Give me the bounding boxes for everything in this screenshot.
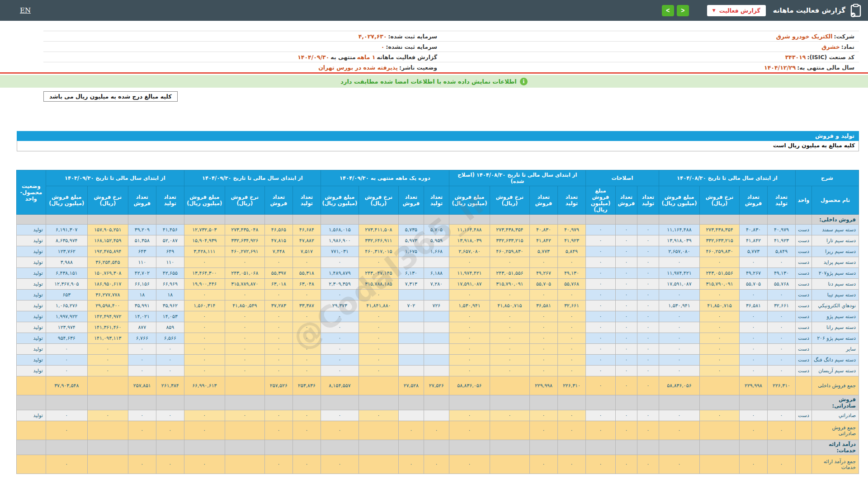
- table-cell: [585, 215, 615, 225]
- table-cell: ۵۵,۳۱۸: [292, 268, 321, 279]
- info-value: ۱ ماهه: [357, 54, 376, 61]
- table-cell: ۴۹,۲۶۷: [529, 268, 557, 279]
- table-cell: ۰: [264, 455, 292, 474]
- table-cell: دست: [795, 290, 811, 300]
- table-cell: ۰: [637, 333, 659, 344]
- table-cell: ۳۱۵,۷۸۸,۱۸۵: [359, 279, 398, 290]
- table-cell: ۱۸: [156, 290, 184, 300]
- table-cell: دست: [795, 246, 811, 257]
- table-cell: [87, 395, 128, 410]
- table-cell: ۰: [637, 355, 659, 366]
- table-cell: ۱۶۸,۱۵۲,۴۵۹: [87, 235, 128, 246]
- table-cell: ۰: [637, 300, 659, 311]
- table-row: فروش داخلی:: [16, 215, 859, 225]
- table-cell: ۳۹,۲۰۹: [128, 225, 156, 235]
- table-cell: ۰: [156, 355, 184, 366]
- table-cell: ۳۱۵,۷۸۹,۸۷۰: [225, 279, 264, 290]
- table-cell: ۰: [46, 355, 87, 366]
- table-cell: ۲۷۳,۴۱۱,۵۰۸: [359, 225, 398, 235]
- table-cell: [398, 344, 424, 355]
- table-cell: ۱,۵۶۸,۰۱۵: [321, 225, 359, 235]
- table-cell: ۰: [184, 355, 225, 366]
- table-cell: ۰: [767, 455, 795, 474]
- table-cell: ۱۱,۹۷۴,۴۲۱: [449, 268, 490, 279]
- prev-report-button[interactable]: >: [662, 5, 674, 16]
- table-cell: [490, 376, 529, 395]
- table-cell: [398, 215, 424, 225]
- table-cell: ۰: [46, 344, 87, 355]
- table-cell: ۰: [184, 455, 225, 474]
- table-cell: ۳۳۲,۶۴۶,۹۱۱: [359, 235, 398, 246]
- company-info-table: شرکت: الکتریک خودرو شرقسرمایه ثبت شده: ۴…: [43, 31, 859, 73]
- table-cell: [87, 455, 128, 474]
- table-cell: ۰: [225, 257, 264, 268]
- table-cell: [637, 395, 659, 410]
- next-report-button[interactable]: <: [677, 5, 689, 16]
- table-cell: ۰: [739, 344, 767, 355]
- table-cell: ۰: [637, 279, 659, 290]
- table-cell: ۰: [264, 290, 292, 300]
- production-sales-table: شرحاز ابتدای سال مالی تا تاریخ ۱۴۰۴/۰۸/۳…: [16, 170, 859, 474]
- table-cell: ۰: [490, 344, 529, 355]
- table-cell: ۰: [46, 455, 87, 474]
- report-type-dropdown[interactable]: گزارش فعالیت ▼: [707, 5, 766, 16]
- table-cell: ۳۲,۶۶۱: [767, 300, 795, 311]
- column-header: تعداد فروش: [615, 186, 637, 215]
- table-cell: دسته سیم دانگ فنگ: [812, 355, 859, 366]
- table-row: دسته سیم تارادست۴۱,۹۲۳۴۱,۸۴۲۳۳۲,۶۳۳,۲۱۵۱…: [16, 235, 859, 246]
- table-cell: جمع فروش صادراتی: [812, 421, 859, 440]
- column-header: مبلغ فروش (میلیون ریال): [46, 186, 87, 215]
- table-cell: ۰: [424, 421, 449, 440]
- table-cell: ۲۲۹,۹۹۸: [739, 376, 767, 395]
- table-cell: ۰: [585, 322, 615, 333]
- table-cell: ۲۴۳,۰۵۱,۰۶۸: [225, 268, 264, 279]
- table-cell: ۰: [359, 366, 398, 376]
- table-cell: ۰: [264, 421, 292, 440]
- column-header: نرخ فروش (ریال): [359, 186, 398, 215]
- table-cell: ۴۱,۸۴۲: [739, 235, 767, 246]
- table-cell: ۵۵,۷۰۵: [739, 279, 767, 290]
- table-cell: ۳۶,۲۷۷,۷۷۸: [87, 290, 128, 300]
- table-cell: ۳۳۲,۶۳۳,۲۱۵: [490, 235, 529, 246]
- table-cell: ۰: [321, 290, 359, 300]
- table-cell: [87, 421, 128, 440]
- table-cell: ۰: [292, 421, 321, 440]
- table-cell: ۰: [87, 355, 128, 366]
- table-cell: ۰: [529, 311, 557, 322]
- table-cell: ۸,۱۵۴,۵۵۷: [321, 376, 359, 395]
- table-cell: ۳,۹۸۸: [46, 257, 87, 268]
- table-cell: ۶,۱۳۰: [398, 268, 424, 279]
- table-cell: ۳,۴۲۸,۱۱۱: [184, 246, 225, 257]
- table-cell: ۰: [557, 355, 585, 366]
- table-cell: تولید: [16, 333, 46, 344]
- info-row: نماد: خشرقسرمایه ثبت نشده: ۰: [43, 42, 859, 52]
- table-cell: جمع درآمد ارائه خدمات: [812, 455, 859, 474]
- table-cell: ۴۲,۶۵۵: [156, 268, 184, 279]
- table-cell: [16, 440, 46, 455]
- top-bar: گزارش فعالیت ماهانه گزارش فعالیت ▼ < > E…: [0, 0, 868, 21]
- table-cell: ۰: [46, 366, 87, 376]
- table-cell: سایر: [812, 344, 859, 355]
- table-row: دسته سیم تیبادست۰۰۰۰۰۰۰۰۰۰۰۰۰۰۰۰۰۱۸۱۸۳۶,…: [16, 290, 859, 300]
- table-cell: تولید: [16, 322, 46, 333]
- table-cell: ۰: [321, 311, 359, 322]
- table-cell: ۶,۱۹۱,۳۰۷: [46, 225, 87, 235]
- table-cell: ۰: [359, 344, 398, 355]
- table-cell: دست: [795, 355, 811, 366]
- table-cell: [359, 421, 398, 440]
- table-cell: ۰: [615, 376, 637, 395]
- table-cell: ۰: [637, 268, 659, 279]
- english-language-link[interactable]: EN: [20, 6, 31, 14]
- table-cell: [16, 455, 46, 474]
- table-cell: ۰: [585, 311, 615, 322]
- table-cell: ۰: [699, 355, 739, 366]
- table-cell: ۰: [585, 421, 615, 440]
- table-cell: تولید: [16, 366, 46, 376]
- table-cell: ۴۰,۹۷۹: [767, 225, 795, 235]
- table-cell: ۰: [292, 322, 321, 333]
- table-cell: ۰: [615, 246, 637, 257]
- table-cell: ۰: [46, 421, 87, 440]
- table-cell: ۵۵,۷۶۸: [767, 279, 795, 290]
- report-type-label: گزارش فعالیت: [719, 7, 760, 14]
- table-cell: ۰: [767, 290, 795, 300]
